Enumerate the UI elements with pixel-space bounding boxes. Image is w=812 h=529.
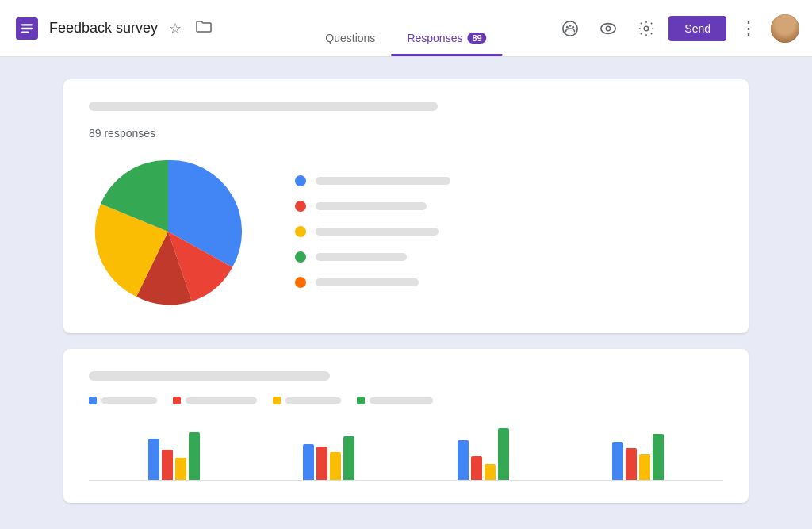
legend-dot-4	[295, 251, 306, 263]
more-menu-button[interactable]: ⋮	[733, 13, 764, 44]
bar-legend-dot-3	[273, 397, 281, 404]
legend-label-2	[316, 202, 427, 210]
bar-2-3	[330, 452, 341, 480]
bar-group-4	[612, 434, 664, 480]
bar-legend	[89, 397, 723, 404]
card2-title-placeholder	[89, 371, 330, 381]
bar-legend-label-2	[186, 397, 257, 404]
form-icon	[13, 14, 41, 43]
bar-group-2	[303, 436, 354, 480]
topbar: Feedback survey ☆ Questions Responses 89	[0, 0, 812, 57]
legend-dot-2	[295, 201, 306, 212]
form-title: Feedback survey	[49, 20, 158, 36]
bar-2-4	[343, 436, 354, 480]
bar-3-3	[485, 464, 496, 480]
legend-item-4	[295, 251, 450, 263]
bar-legend-item-1	[89, 397, 157, 404]
bar-legend-label-4	[370, 397, 433, 404]
chart-area	[89, 152, 723, 311]
bar-4-2	[626, 448, 637, 480]
palette-button[interactable]	[554, 13, 586, 44]
main-content: 89 responses	[0, 57, 812, 525]
bar-legend-item-4	[357, 397, 433, 404]
bar-3-1	[458, 440, 469, 480]
bar-legend-item-2	[173, 397, 257, 404]
bar-legend-item-3	[273, 397, 341, 404]
svg-rect-2	[21, 27, 33, 29]
bar-1-4	[189, 432, 200, 480]
legend-dot-5	[295, 277, 306, 288]
svg-point-6	[569, 24, 572, 26]
legend-dot-3	[295, 226, 306, 237]
pie-chart-card: 89 responses	[63, 79, 749, 333]
svg-point-5	[566, 25, 569, 28]
avatar[interactable]	[771, 14, 799, 43]
pie-chart	[89, 152, 247, 311]
legend-item-3	[295, 226, 450, 237]
svg-rect-3	[21, 31, 29, 33]
tab-responses[interactable]: Responses 89	[391, 22, 502, 56]
bar-4-3	[639, 454, 650, 480]
bar-legend-dot-1	[89, 397, 97, 404]
legend-item-2	[295, 201, 450, 212]
send-button[interactable]: Send	[668, 16, 726, 41]
settings-button[interactable]	[630, 13, 662, 44]
svg-point-7	[573, 25, 575, 28]
legend-item-5	[295, 277, 450, 288]
svg-point-8	[601, 23, 615, 33]
bar-4-4	[653, 434, 664, 480]
bar-legend-label-3	[285, 397, 341, 404]
bar-3-4	[498, 428, 509, 480]
bar-chart-card	[63, 349, 749, 503]
bar-1-1	[148, 439, 159, 480]
pie-legend	[295, 175, 450, 288]
bar-1-2	[162, 450, 173, 480]
legend-label-4	[316, 253, 407, 261]
star-icon[interactable]: ☆	[166, 17, 185, 40]
bar-legend-dot-2	[173, 397, 181, 404]
svg-point-10	[645, 26, 649, 31]
legend-label-5	[316, 278, 419, 286]
legend-item-1	[295, 175, 450, 186]
folder-icon[interactable]	[193, 17, 215, 40]
bar-3-2	[471, 456, 482, 480]
bar-legend-dot-4	[357, 397, 365, 404]
topbar-right: Send ⋮	[554, 13, 799, 44]
bar-4-1	[612, 442, 623, 480]
bar-1-3	[175, 458, 186, 480]
preview-button[interactable]	[592, 13, 624, 44]
bar-2-1	[303, 444, 314, 480]
card1-title-placeholder	[89, 102, 438, 111]
bar-group-3	[458, 428, 509, 480]
bar-2-2	[316, 447, 327, 480]
response-count: 89 responses	[89, 127, 723, 140]
legend-dot-1	[295, 175, 306, 186]
bar-chart	[89, 417, 723, 481]
legend-label-3	[316, 228, 439, 236]
svg-rect-1	[21, 24, 33, 25]
bar-legend-label-1	[102, 397, 157, 404]
svg-point-9	[607, 26, 611, 31]
bar-group-1	[148, 432, 200, 480]
responses-badge: 89	[467, 33, 486, 44]
tabs-container: Questions Responses 89	[309, 22, 502, 56]
tab-questions[interactable]: Questions	[309, 22, 391, 56]
legend-label-1	[316, 177, 450, 185]
